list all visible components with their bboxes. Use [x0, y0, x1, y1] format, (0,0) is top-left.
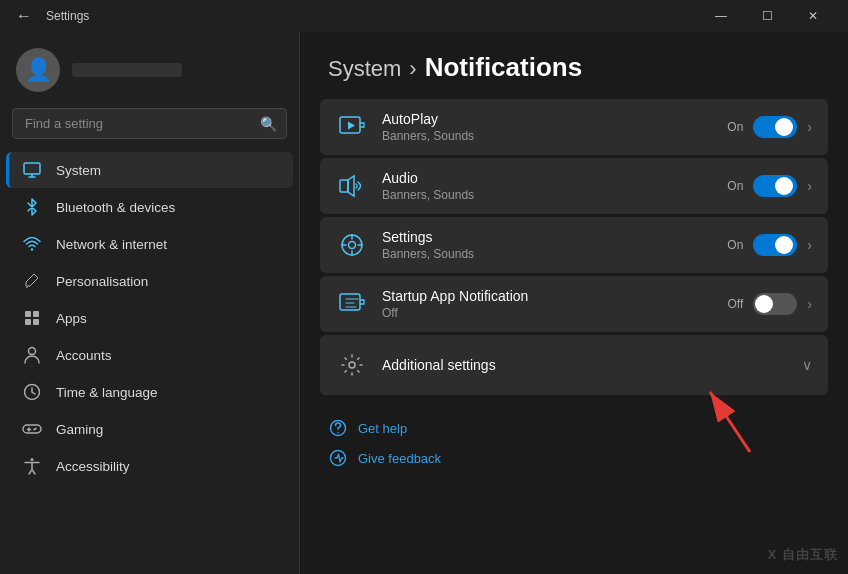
audio-toggle[interactable]: [753, 175, 797, 197]
sidebar-item-gaming[interactable]: Gaming: [6, 411, 293, 447]
settings-right: On ›: [727, 234, 812, 256]
sidebar-label-network: Network & internet: [56, 237, 167, 252]
give-feedback-link[interactable]: Give feedback: [328, 448, 820, 468]
svg-rect-5: [33, 319, 39, 325]
sidebar-label-accounts: Accounts: [56, 348, 112, 363]
person-icon: [22, 345, 42, 365]
settings-list: AutoPlay Banners, Sounds On ›: [300, 99, 848, 395]
breadcrumb-parent: System: [328, 56, 401, 82]
sidebar-label-personalisation: Personalisation: [56, 274, 148, 289]
autoplay-subtitle: Banners, Sounds: [382, 129, 713, 143]
clock-icon: [22, 382, 42, 402]
main-content: System › Notifications AutoPlay Banners,…: [300, 32, 848, 574]
accessibility-icon: [22, 456, 42, 476]
additional-settings-chevron-down: ∨: [802, 357, 812, 373]
svg-point-9: [31, 458, 34, 461]
setting-row-settings[interactable]: Settings Banners, Sounds On ›: [320, 217, 828, 273]
close-button[interactable]: ✕: [790, 0, 836, 32]
svg-rect-8: [23, 425, 41, 433]
svg-rect-4: [25, 319, 31, 325]
sidebar-item-system[interactable]: System: [6, 152, 293, 188]
monitor-icon: [22, 160, 42, 180]
settings-title: Settings: [382, 229, 713, 245]
additional-settings-icon: [336, 349, 368, 381]
give-feedback-label: Give feedback: [358, 451, 441, 466]
svg-point-15: [349, 362, 355, 368]
startup-toggle[interactable]: [753, 293, 797, 315]
startup-toggle-knob: [755, 295, 773, 313]
audio-chevron: ›: [807, 178, 812, 194]
sidebar-label-apps: Apps: [56, 311, 87, 326]
autoplay-status: On: [727, 120, 743, 134]
nav-list: System Bluetooth & devices: [0, 147, 299, 574]
startup-icon: [336, 288, 368, 320]
audio-text: Audio Banners, Sounds: [382, 170, 713, 202]
sidebar-label-gaming: Gaming: [56, 422, 103, 437]
maximize-button[interactable]: ☐: [744, 0, 790, 32]
sidebar: 👤 🔍 System: [0, 32, 300, 574]
user-icon: 👤: [25, 57, 52, 83]
sidebar-item-bluetooth[interactable]: Bluetooth & devices: [6, 189, 293, 225]
svg-point-17: [337, 432, 339, 434]
autoplay-text: AutoPlay Banners, Sounds: [382, 111, 713, 143]
sidebar-label-system: System: [56, 163, 101, 178]
autoplay-icon: [336, 111, 368, 143]
svg-rect-0: [24, 163, 40, 174]
search-box: 🔍: [12, 108, 287, 139]
startup-text: Startup App Notification Off: [382, 288, 714, 320]
autoplay-right: On ›: [727, 116, 812, 138]
bottom-links: Get help Give feedback: [300, 398, 848, 488]
audio-subtitle: Banners, Sounds: [382, 188, 713, 202]
back-button[interactable]: ←: [12, 5, 36, 27]
svg-point-6: [29, 348, 36, 355]
get-help-link[interactable]: Get help: [328, 418, 820, 438]
sidebar-item-accounts[interactable]: Accounts: [6, 337, 293, 373]
sidebar-item-time[interactable]: Time & language: [6, 374, 293, 410]
app-container: 👤 🔍 System: [0, 32, 848, 574]
user-section: 👤: [0, 32, 299, 104]
brush-icon: [22, 271, 42, 291]
sidebar-item-personalisation[interactable]: Personalisation: [6, 263, 293, 299]
page-header: System › Notifications: [300, 32, 848, 99]
additional-settings-row[interactable]: Additional settings ∨: [320, 335, 828, 395]
startup-chevron: ›: [807, 296, 812, 312]
feedback-icon: [328, 448, 348, 468]
settings-toggle-knob: [775, 236, 793, 254]
breadcrumb-current: Notifications: [425, 52, 582, 83]
audio-title: Audio: [382, 170, 713, 186]
autoplay-toggle[interactable]: [753, 116, 797, 138]
settings-subtitle: Banners, Sounds: [382, 247, 713, 261]
setting-row-audio[interactable]: Audio Banners, Sounds On ›: [320, 158, 828, 214]
settings-text: Settings Banners, Sounds: [382, 229, 713, 261]
svg-point-1: [31, 248, 33, 250]
search-input[interactable]: [12, 108, 287, 139]
apps-icon: [22, 308, 42, 328]
title-bar-left: ← Settings: [12, 5, 89, 27]
breadcrumb-separator: ›: [409, 56, 416, 82]
startup-status: Off: [728, 297, 744, 311]
autoplay-title: AutoPlay: [382, 111, 713, 127]
help-icon: [328, 418, 348, 438]
svg-rect-3: [33, 311, 39, 317]
settings-status: On: [727, 238, 743, 252]
svg-rect-11: [340, 180, 348, 192]
settings-toggle[interactable]: [753, 234, 797, 256]
startup-right: Off ›: [728, 293, 812, 315]
sidebar-item-network[interactable]: Network & internet: [6, 226, 293, 262]
svg-rect-2: [25, 311, 31, 317]
setting-row-autoplay[interactable]: AutoPlay Banners, Sounds On ›: [320, 99, 828, 155]
minimize-button[interactable]: —: [698, 0, 744, 32]
autoplay-chevron: ›: [807, 119, 812, 135]
svg-rect-14: [340, 294, 360, 310]
sidebar-label-accessibility: Accessibility: [56, 459, 130, 474]
additional-settings-label: Additional settings: [382, 357, 788, 373]
settings-chevron: ›: [807, 237, 812, 253]
setting-row-startup[interactable]: Startup App Notification Off Off ›: [320, 276, 828, 332]
sidebar-item-apps[interactable]: Apps: [6, 300, 293, 336]
get-help-label: Get help: [358, 421, 407, 436]
wifi-icon: [22, 234, 42, 254]
title-bar-title: Settings: [46, 9, 89, 23]
autoplay-toggle-knob: [775, 118, 793, 136]
settings-icon: [336, 229, 368, 261]
sidebar-item-accessibility[interactable]: Accessibility: [6, 448, 293, 484]
